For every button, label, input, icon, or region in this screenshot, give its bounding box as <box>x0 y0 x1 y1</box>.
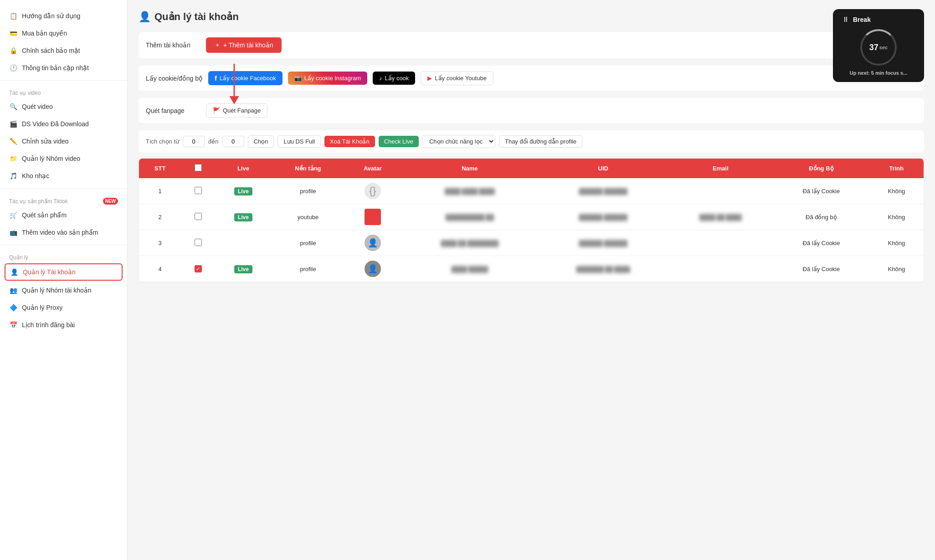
cell-trinh: Không <box>869 204 924 230</box>
sidebar: 📋 Hướng dẫn sử dụng 💳 Mua bản quyền 🔒 Ch… <box>0 0 128 560</box>
check-live-button[interactable]: Check Live <box>379 136 419 147</box>
cell-checkbox[interactable] <box>181 178 215 204</box>
sidebar-item-chinh-sach[interactable]: 🔒 Chính sách bảo mật <box>0 42 127 59</box>
to-input[interactable] <box>222 136 244 147</box>
lock-icon: 🔒 <box>9 46 17 55</box>
table-row: 1 Live profile {} ████ ████ ████ ██████ … <box>139 178 924 204</box>
cell-checkbox[interactable]: ✓ <box>181 256 215 282</box>
table-row: 2 Live youtube ██████████ ██ ██████ ████… <box>139 204 924 230</box>
cell-avatar: 👤 <box>344 256 401 282</box>
sidebar-item-quet-san-pham[interactable]: 🛒 Quét sản phẩm <box>0 206 127 224</box>
col-uid: UID <box>539 159 668 178</box>
cell-name: ████ ████ ████ <box>401 178 539 204</box>
cell-stt: 3 <box>139 230 181 256</box>
func-select[interactable]: Chọn chức năng lọc <box>422 135 495 148</box>
clock-icon: 🕐 <box>9 64 17 72</box>
from-input[interactable] <box>183 136 205 147</box>
section-label-tac-vu-video: Tác vụ video <box>0 84 127 98</box>
den-label: đến <box>208 138 218 145</box>
break-timer-widget: ⏸ Break 37 sec Up next: 5 min focus s... <box>833 9 924 82</box>
sidebar-item-mua-ban-quyen[interactable]: 💳 Mua bản quyền <box>0 25 127 42</box>
cookie-row: Lấy cookie/đồng bộ f Lấy cookie Facebook… <box>139 66 924 91</box>
xoa-tk-button[interactable]: Xoá Tài Khoản <box>324 136 375 147</box>
avatar: 👤 <box>365 235 381 251</box>
instagram-icon: 📷 <box>294 75 302 82</box>
live-badge: Live <box>234 187 252 195</box>
sidebar-item-huong-dan[interactable]: 📋 Hướng dẫn sử dụng <box>0 7 127 25</box>
cell-name: ██████████ ██ <box>401 204 539 230</box>
sidebar-item-thong-tin[interactable]: 🕐 Thông tin bản cập nhật <box>0 59 127 77</box>
cell-trinh: Không <box>869 256 924 282</box>
thay-doi-profile-button[interactable]: Thay đổi đường dẫn profile <box>499 135 582 148</box>
cookie-tiktok-button[interactable]: ♪ Lấy cook <box>373 72 415 85</box>
row-checkbox[interactable] <box>195 213 202 220</box>
annotation-arrow <box>216 62 252 107</box>
flag-icon: 🚩 <box>213 107 220 114</box>
col-name: Name <box>401 159 539 178</box>
video-icon: 🎬 <box>9 120 17 128</box>
blurred-name: ████ ██ ████████ <box>441 240 498 247</box>
sidebar-item-quan-ly-nhom-video[interactable]: 📁 Quản lý Nhóm video <box>0 150 127 167</box>
book-icon: 📋 <box>9 12 17 20</box>
cart-icon: 🛒 <box>9 211 17 219</box>
cell-live: Live <box>215 178 272 204</box>
cookie-youtube-button[interactable]: ▶ Lấy cookie Youtube <box>421 71 493 85</box>
col-dong-bo: Đồng Bộ <box>773 159 869 178</box>
sidebar-item-quan-ly-proxy[interactable]: 🔷 Quản lý Proxy <box>0 299 127 316</box>
sidebar-item-them-video-san-pham[interactable]: 📺 Thêm video vào sản phẩm <box>0 224 127 241</box>
cell-dong-bo: Đã lấy Cookie <box>773 256 869 282</box>
sidebar-item-quet-video[interactable]: 🔍 Quét video <box>0 98 127 115</box>
chon-button[interactable]: Chọn <box>248 135 274 148</box>
blurred-name: ████ █████ <box>452 266 488 272</box>
cookie-instagram-button[interactable]: 📷 Lấy cookie Instagram <box>288 72 367 85</box>
row-checkbox[interactable] <box>195 187 202 194</box>
sidebar-item-ds-video[interactable]: 🎬 DS Video Đã Download <box>0 115 127 133</box>
cell-platform: profile <box>272 256 344 282</box>
cell-platform: profile <box>272 230 344 256</box>
cell-live: Live <box>215 204 272 230</box>
tich-chon-label: Tích chọn từ <box>146 138 179 145</box>
cell-dong-bo: Đã lấy Cookie <box>773 230 869 256</box>
col-trinh: Trình <box>869 159 924 178</box>
cell-checkbox[interactable] <box>181 230 215 256</box>
select-all-checkbox[interactable] <box>195 164 202 171</box>
cell-uid: ██████ ██████ <box>539 204 668 230</box>
edit-icon: ✏️ <box>9 137 17 145</box>
calendar-icon: 📅 <box>9 321 17 329</box>
sidebar-item-quan-ly-tai-khoan[interactable]: 👤 Quản lý Tài khoản <box>5 263 123 281</box>
row-checkbox[interactable] <box>195 239 202 246</box>
cell-live <box>215 230 272 256</box>
col-live: Live <box>215 159 272 178</box>
cell-checkbox[interactable] <box>181 204 215 230</box>
cell-uid: ███████ ██ ████ <box>539 256 668 282</box>
sidebar-item-lich-trinh[interactable]: 📅 Lịch trình đăng bài <box>0 316 127 334</box>
cell-stt: 2 <box>139 204 181 230</box>
blurred-name: ██████████ ██ <box>446 214 493 221</box>
live-badge: Live <box>234 213 252 221</box>
cell-stt: 1 <box>139 178 181 204</box>
sidebar-item-quan-ly-nhom-tk[interactable]: 👥 Quản lý Nhóm tài khoản <box>0 282 127 299</box>
cell-platform: profile <box>272 178 344 204</box>
luu-ds-button[interactable]: Lưu DS Full <box>277 135 321 148</box>
sidebar-item-kho-nhac[interactable]: 🎵 Kho nhạc <box>0 167 127 185</box>
page-title: 👤 Quản lý tài khoản <box>139 11 924 23</box>
blurred-name: ████ ████ ████ <box>445 188 495 195</box>
cell-uid: ██████ ██████ <box>539 230 668 256</box>
table-row: 3 profile 👤 ████ ██ ████████ ██████ ████… <box>139 230 924 256</box>
section-label-quan-ly: Quản lý <box>0 249 127 262</box>
break-icon: ⏸ <box>842 15 849 24</box>
add-account-button[interactable]: ＋ + Thêm tài khoản <box>206 37 282 53</box>
blurred-uid: ███████ ██ ████ <box>576 266 630 272</box>
cell-name: ████ █████ <box>401 256 539 282</box>
main-content: 👤 Quản lý tài khoản Thêm tài khoản ＋ + T… <box>128 0 935 560</box>
timer-circle: 37 sec <box>860 29 897 66</box>
add-video-icon: 📺 <box>9 228 17 236</box>
music-icon: 🎵 <box>9 172 17 180</box>
sidebar-item-chinh-sua-video[interactable]: ✏️ Chỉnh sửa video <box>0 133 127 150</box>
cell-name: ████ ██ ████████ <box>401 230 539 256</box>
cell-avatar: {} <box>344 178 401 204</box>
row-checkbox-checked[interactable]: ✓ <box>195 265 202 272</box>
toolbar-row: Tích chọn từ đến Chọn Lưu DS Full Xoá Tà… <box>139 130 924 153</box>
users-icon: 👥 <box>9 286 17 294</box>
break-widget-footer: Up next: 5 min focus s... <box>842 70 915 76</box>
